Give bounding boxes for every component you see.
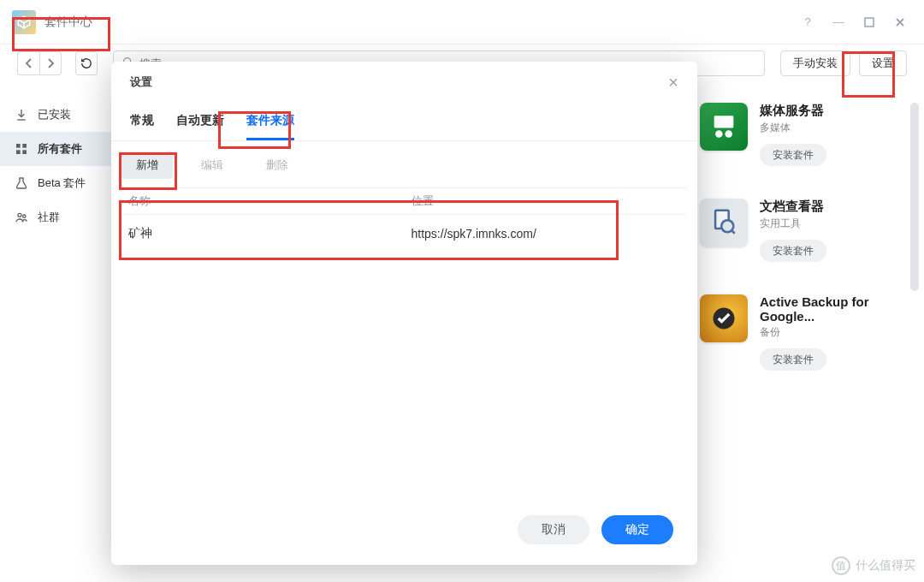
app-name: 文档查看器 (760, 199, 826, 215)
sidebar-item-label: 已安装 (38, 107, 71, 122)
col-header-location[interactable]: 位置 (405, 193, 688, 209)
help-button[interactable]: ? (796, 10, 820, 34)
grid-icon (14, 142, 29, 156)
tab-autoupdate[interactable]: 自动更新 (176, 103, 224, 140)
svg-rect-5 (22, 150, 27, 154)
install-button[interactable]: 安装套件 (760, 144, 826, 166)
sidebar-item-all-packages[interactable]: 所有套件 (0, 132, 120, 166)
svg-point-10 (725, 130, 732, 138)
delete-source-button[interactable]: 删除 (252, 151, 303, 179)
app-icon (12, 10, 36, 34)
svg-point-9 (715, 130, 723, 138)
right-column: 媒体服务器 多媒体 安装套件 文档查看器 实用工具 安装套件 (693, 82, 924, 582)
tab-general[interactable]: 常规 (130, 103, 154, 140)
app-name: 媒体服务器 (760, 103, 826, 119)
sidebar-item-label: Beta 套件 (38, 175, 86, 191)
watermark: 值 什么值得买 (832, 556, 915, 575)
tab-package-sources[interactable]: 套件来源 (246, 103, 294, 140)
beta-icon (14, 176, 29, 190)
app-category: 备份 (760, 325, 900, 340)
dialog-footer: 取消 确定 (111, 500, 697, 565)
ok-button[interactable]: 确定 (601, 515, 673, 544)
table-header: 名称 位置 (121, 187, 687, 215)
dialog-header: 设置 × (111, 62, 697, 103)
app-icon-doc (700, 199, 748, 246)
svg-point-6 (18, 213, 21, 217)
sources-table: 名称 位置 矿神 https://spk7.imnks.com/ (111, 187, 697, 252)
app-card-doc-viewer[interactable]: 文档查看器 实用工具 安装套件 (700, 199, 900, 262)
install-button[interactable]: 安装套件 (760, 348, 826, 371)
install-button[interactable]: 安装套件 (760, 240, 826, 262)
svg-rect-4 (16, 150, 21, 154)
app-card-media-server[interactable]: 媒体服务器 多媒体 安装套件 (700, 103, 900, 166)
dialog-title: 设置 (130, 74, 152, 90)
svg-point-7 (23, 215, 26, 217)
cancel-button[interactable]: 取消 (518, 515, 589, 544)
watermark-logo-icon: 值 (832, 556, 850, 575)
settings-button[interactable]: 设置 (859, 50, 907, 76)
sidebar-item-label: 社群 (38, 210, 60, 225)
sidebar-item-beta[interactable]: Beta 套件 (0, 166, 120, 200)
add-source-button[interactable]: 新增 (121, 151, 173, 179)
sidebar: 已安装 所有套件 Beta 套件 社群 (0, 82, 120, 582)
svg-rect-3 (22, 144, 27, 148)
reload-button[interactable] (75, 51, 98, 75)
watermark-text: 什么值得买 (856, 558, 915, 573)
app-name: Active Backup for Google... (760, 294, 900, 324)
dialog-toolbar: 新增 编辑 删除 (111, 141, 697, 187)
nav-forward-button[interactable] (39, 51, 62, 75)
app-title: 套件中心 (44, 15, 92, 30)
scrollbar-thumb[interactable] (910, 103, 919, 291)
dialog-tabs: 常规 自动更新 套件来源 (111, 103, 697, 141)
nav-group (17, 51, 62, 75)
app-card-active-backup[interactable]: Active Backup for Google... 备份 安装套件 (700, 294, 900, 371)
titlebar: 套件中心 ? — (0, 0, 924, 45)
dialog-close-button[interactable]: × (668, 73, 678, 92)
settings-dialog: 设置 × 常规 自动更新 套件来源 新增 编辑 删除 名称 位置 矿神 http… (111, 62, 697, 565)
app-icon-media (700, 103, 748, 151)
app-icon-backup (700, 294, 748, 342)
manual-install-button[interactable]: 手动安装 (780, 50, 850, 76)
minimize-button[interactable]: — (826, 10, 850, 34)
app-category: 多媒体 (760, 121, 826, 135)
app-category: 实用工具 (760, 217, 826, 231)
source-location-cell: https://spk7.imnks.com/ (405, 227, 688, 241)
download-icon (14, 108, 29, 122)
table-row[interactable]: 矿神 https://spk7.imnks.com/ (121, 215, 687, 252)
nav-back-button[interactable] (17, 51, 39, 75)
col-header-name[interactable]: 名称 (121, 193, 405, 209)
package-center-window: 套件中心 ? — 手动安装 设置 (0, 0, 924, 582)
maximize-button[interactable] (857, 10, 881, 34)
source-name-cell: 矿神 (121, 226, 405, 241)
sidebar-item-community[interactable]: 社群 (0, 200, 120, 235)
close-button[interactable] (888, 10, 912, 34)
svg-rect-0 (865, 18, 874, 27)
edit-source-button[interactable]: 编辑 (187, 151, 238, 179)
sidebar-item-label: 所有套件 (38, 141, 82, 157)
sidebar-item-installed[interactable]: 已安装 (0, 98, 120, 132)
svg-rect-2 (16, 144, 21, 148)
svg-rect-8 (714, 116, 734, 128)
community-icon (14, 211, 29, 224)
